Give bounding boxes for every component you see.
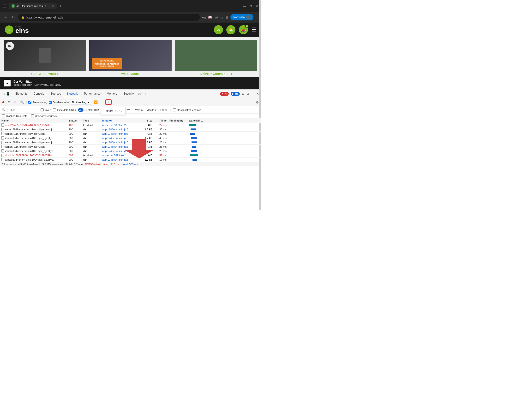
wifi-icon[interactable]: 📶 bbox=[93, 100, 99, 105]
device-toolbar-icon[interactable]: 📱 bbox=[6, 92, 10, 96]
cell-initiator[interactable]: app.1248ed4f.min.js:5 bbox=[101, 137, 139, 140]
third-party-checkbox[interactable] bbox=[31, 114, 34, 117]
disable-cache-checkbox[interactable] bbox=[49, 101, 52, 104]
cell-initiator[interactable]: app.1248ed4f.min.js:5 bbox=[101, 158, 139, 161]
col-header-fulfilled[interactable]: Fulfilled by bbox=[168, 119, 187, 122]
cell-initiator[interactable]: app.1248ed4f.min.js:5 bbox=[101, 141, 139, 144]
traffic-icon[interactable]: 🚗 3 bbox=[239, 25, 248, 34]
weather-icon[interactable]: ⛅ bbox=[226, 25, 235, 34]
inprivate-button[interactable]: InPrivate bbox=[230, 14, 253, 20]
card-wahl[interactable]: WAHL MOBIL WIR BRINGEN DIE POLITIKER, SI… bbox=[89, 40, 171, 75]
network-conditions-icon[interactable]: ⚙ bbox=[242, 92, 245, 96]
filter-all[interactable]: All bbox=[78, 108, 84, 112]
network-settings-icon[interactable]: ⚙ bbox=[256, 100, 259, 104]
tab-performance[interactable]: Performance bbox=[81, 91, 103, 97]
mail-icon[interactable]: ✉ bbox=[214, 25, 223, 34]
preserve-log-label[interactable]: Preserve log bbox=[28, 101, 47, 104]
filter-wasm[interactable]: Wasm bbox=[134, 108, 144, 112]
tab-elements[interactable]: Elements bbox=[13, 91, 30, 97]
tab-security[interactable]: Security bbox=[121, 91, 137, 97]
invert-checkbox[interactable] bbox=[41, 108, 44, 111]
refresh-button[interactable]: ↻ bbox=[11, 14, 16, 20]
table-row[interactable]: wetter-3998~weather_view-widget-json.j..… bbox=[0, 140, 261, 145]
more-options-icon[interactable]: ⋯ bbox=[251, 92, 254, 96]
blocked-requests-checkbox[interactable] bbox=[2, 114, 5, 117]
table-row[interactable]: wetter-3998~weather_view-widget-json.j..… bbox=[0, 127, 261, 132]
close-devtools-button[interactable]: ✕ bbox=[256, 92, 259, 96]
back-button[interactable]: ← bbox=[2, 14, 9, 20]
table-row[interactable]: verkehr-116~traffic_view-json.json 200 x… bbox=[0, 132, 261, 136]
throttle-dropdown[interactable]: No throttling ▼ bbox=[71, 100, 91, 104]
table-row[interactable]: startseite-bremen-eins-100~ajax_ajaxTyp.… bbox=[0, 136, 261, 140]
search-button[interactable]: 🔍 bbox=[19, 100, 25, 105]
col-header-waterfall[interactable]: Waterfall ▲ bbox=[187, 119, 261, 122]
invert-label[interactable]: Invert bbox=[41, 108, 51, 111]
cell-initiator[interactable]: app.1248ed4f.min.js:5 bbox=[101, 128, 139, 131]
card-gruen[interactable]: GRÜNER WIRD'S NICHT bbox=[175, 40, 257, 75]
tab-network[interactable]: Network bbox=[64, 91, 81, 97]
more-button[interactable]: ··· bbox=[255, 15, 259, 19]
tab-console[interactable]: Console bbox=[31, 91, 47, 97]
url-input[interactable]: 🔒 https://www.bremeneins.de bbox=[18, 14, 200, 21]
favorites-icon[interactable]: ☆ bbox=[221, 16, 223, 19]
translate-icon[interactable]: aA bbox=[214, 16, 218, 19]
preserve-log-checkbox[interactable] bbox=[28, 101, 31, 104]
table-row[interactable]: startseite-bremen-eins-100~ajax_ajaxTyp.… bbox=[0, 149, 261, 153]
import-har-icon[interactable]: ↑ bbox=[100, 100, 104, 105]
clear-button[interactable]: ⊘ bbox=[7, 100, 12, 105]
tab-sources[interactable]: Sources bbox=[47, 91, 64, 97]
filter-fetch-xhr[interactable]: Fetch/XHR bbox=[84, 108, 100, 112]
record-button[interactable]: ⏺ bbox=[2, 100, 5, 104]
scrollbar[interactable] bbox=[259, 0, 261, 210]
has-blocked-cookies-label[interactable]: Has blocked cookies bbox=[173, 108, 201, 111]
play-button[interactable]: ⏮ bbox=[6, 42, 14, 50]
new-tab-button[interactable]: + bbox=[58, 3, 64, 9]
cell-initiator[interactable]: app.1248ed4f.min.js:5 bbox=[101, 145, 139, 148]
settings-icon[interactable]: ⚙ bbox=[246, 92, 249, 96]
filter-other[interactable]: Other bbox=[159, 108, 169, 112]
immersive-reader-icon[interactable]: 📖 bbox=[208, 16, 212, 19]
disable-cache-label[interactable]: Disable cache bbox=[49, 101, 69, 104]
third-party-label[interactable]: 3rd-party requests bbox=[31, 114, 57, 117]
filter-ws[interactable]: WS bbox=[126, 108, 133, 112]
col-header-time[interactable]: Time bbox=[154, 119, 168, 122]
card-album[interactable]: ⏮ ALBUM DER WOCHE bbox=[4, 40, 86, 75]
active-tab[interactable]: 🔊 Der Sound meines Lebens ✕ bbox=[9, 3, 57, 9]
more-tabs-icon[interactable]: >> bbox=[137, 91, 143, 97]
col-header-status[interactable]: Status bbox=[67, 119, 82, 122]
col-header-name[interactable]: Name bbox=[0, 119, 67, 122]
export-har-button[interactable]: ↓ bbox=[106, 99, 111, 105]
export-har-popup[interactable]: Export HAR... bbox=[101, 107, 125, 115]
inspect-element-icon[interactable]: ⬚ bbox=[2, 92, 5, 96]
col-header-size[interactable]: Size bbox=[139, 119, 154, 122]
tab-memory[interactable]: Memory bbox=[104, 91, 120, 97]
cell-initiator[interactable]: app.1248ed4f.min.js:5 bbox=[101, 150, 139, 153]
collections-icon[interactable]: ⊞ bbox=[226, 16, 229, 19]
col-header-type[interactable]: Type bbox=[82, 119, 101, 122]
maximize-button[interactable]: □ bbox=[250, 4, 252, 8]
table-row[interactable]: startseite-bremen-eins-100~ajax_ajaxTyp.… bbox=[0, 157, 261, 162]
cell-initiator[interactable]: app.1248ed4f.min.js:5 bbox=[101, 132, 139, 135]
table-row[interactable]: verkehr-116~traffic_view-json.json 200 x… bbox=[0, 145, 261, 149]
cell-initiator[interactable]: atinternet.5899bee2.... bbox=[101, 154, 139, 157]
stop-button[interactable]: ■ bbox=[4, 80, 11, 86]
menu-button[interactable]: ☰ bbox=[251, 27, 256, 33]
tab-close-button[interactable]: ✕ bbox=[52, 5, 54, 8]
filter-manifest[interactable]: Manifest bbox=[145, 108, 158, 112]
hide-data-urls-label[interactable]: Hide data URLs bbox=[53, 108, 76, 111]
close-button[interactable]: ✕ bbox=[255, 4, 258, 8]
add-panel-button[interactable]: + bbox=[143, 91, 147, 97]
col-header-initiator[interactable]: Initiator bbox=[101, 119, 139, 122]
cell-initiator[interactable]: atinternet.5899bee2.... bbox=[101, 124, 139, 126]
read-aloud-icon[interactable]: Aa bbox=[202, 16, 206, 19]
minimize-button[interactable]: — bbox=[243, 4, 246, 8]
blocked-requests-label[interactable]: Blocked Requests bbox=[2, 114, 27, 117]
has-blocked-cookies-checkbox[interactable] bbox=[173, 108, 176, 111]
player-chevron-icon[interactable]: ⌃ bbox=[254, 81, 257, 86]
hide-data-urls-checkbox[interactable] bbox=[53, 108, 56, 111]
sidebar-toggle[interactable]: ☰ bbox=[3, 4, 6, 8]
filter-icon[interactable]: ≡ bbox=[13, 100, 17, 105]
table-row[interactable]: hit.xiti?s=595939&ts=16835381390059v... … bbox=[0, 153, 261, 157]
filter-input[interactable] bbox=[7, 108, 36, 112]
table-row[interactable]: hit.xiti?s=595939&ts=16835381190468v... … bbox=[0, 123, 261, 127]
